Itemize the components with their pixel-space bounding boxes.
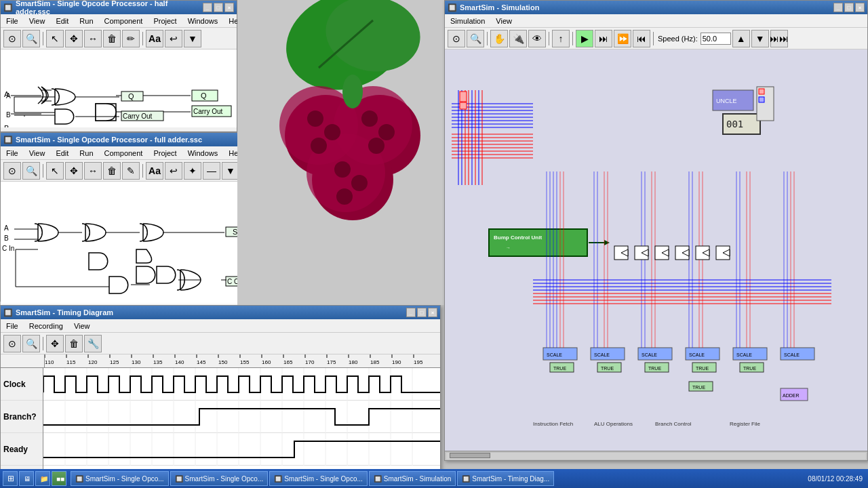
sim-hand-btn[interactable]: ✋	[490, 30, 508, 47]
td-delete-btn[interactable]: 🗑	[65, 335, 83, 352]
ha-menu-view[interactable]: View	[24, 16, 51, 26]
sim-menu-view[interactable]: View	[490, 16, 517, 26]
td-menu-view[interactable]: View	[68, 321, 96, 331]
ha-delete-btn[interactable]: 🗑	[103, 30, 121, 47]
svg-text:A: A	[6, 92, 11, 100]
fa-undo-btn[interactable]: ↩	[165, 162, 182, 180]
ha-menu-windows[interactable]: Windows	[182, 16, 224, 26]
fa-text-btn[interactable]: Aa	[146, 162, 163, 180]
taskbar-icon-4[interactable]: ■■	[52, 471, 66, 486]
svg-text:B: B	[6, 111, 11, 119]
timing-close[interactable]: ×	[428, 308, 437, 317]
td-menu-recording[interactable]: Recording	[24, 321, 68, 331]
sim-toolbar: ⊙ 🔍 ✋ 🔌 👁 ↑ ▶ ⏭ ⏩ ⏮ Speed (Hz): ▲ ▼ ⏭⏭	[445, 28, 867, 49]
half-adder-maximize[interactable]: □	[214, 3, 223, 12]
sim-speed-down-btn[interactable]: ▼	[751, 30, 769, 47]
sim-minimize[interactable]: _	[833, 3, 843, 12]
fa-connect-btn[interactable]: ↔	[84, 162, 102, 180]
raspberry-pi-image	[237, 0, 448, 305]
fa-pencil-btn[interactable]: ✎	[122, 162, 140, 180]
sim-target-btn[interactable]: ⊙	[448, 30, 465, 47]
sim-menu-simulation[interactable]: Simulation	[445, 16, 490, 26]
fa-menu-run[interactable]: Run	[74, 148, 98, 159]
taskbar-system-icons: ⊞ 🖥 📁 ■■	[3, 471, 66, 486]
fa-menu-project[interactable]: Project	[148, 148, 182, 159]
fa-menu-file[interactable]: File	[1, 148, 24, 159]
sim-canvas[interactable]: UNCLE 001 Bump Control Unit → SCALE TRUE…	[445, 49, 867, 460]
fa-menu-windows[interactable]: Windows	[182, 148, 224, 159]
fa-menu-view[interactable]: View	[24, 148, 51, 159]
fa-target-btn[interactable]: ⊙	[3, 162, 21, 180]
timing-maximize[interactable]: □	[417, 308, 427, 317]
full-adder-toolbar: ⊙ 🔍 ↖ ✥ ↔ 🗑 ✎ Aa ↩ ✦ — ▼	[1, 160, 277, 182]
sim-close[interactable]: ×	[855, 3, 865, 12]
taskbar-app-4[interactable]: 🔲 SmartSim - Simulation	[369, 471, 456, 486]
td-move-btn[interactable]: ✥	[46, 335, 64, 352]
sim-step-btn[interactable]: ⏭	[595, 30, 612, 47]
svg-text:175: 175	[327, 359, 336, 365]
half-adder-close[interactable]: ×	[224, 3, 234, 12]
sim-play-btn[interactable]: ▶	[576, 30, 593, 47]
sim-connect-btn[interactable]: 🔌	[509, 30, 527, 47]
ha-undo-btn[interactable]: ↩	[165, 30, 182, 47]
fa-sep1	[43, 164, 43, 178]
sim-maximize[interactable]: □	[844, 3, 854, 12]
svg-text:SCALE: SCALE	[642, 352, 657, 357]
td-zoom-btn[interactable]: 🔍	[22, 335, 40, 352]
td-menu-file[interactable]: File	[1, 321, 24, 331]
ha-menu-edit[interactable]: Edit	[50, 16, 74, 26]
fa-menu-edit[interactable]: Edit	[50, 148, 74, 159]
sim-up-btn[interactable]: ↑	[552, 30, 570, 47]
taskbar-icon-1[interactable]: ⊞	[3, 471, 18, 486]
ha-menu-project[interactable]: Project	[148, 16, 182, 26]
taskbar-icon-3[interactable]: 📁	[35, 471, 50, 486]
ha-move-btn[interactable]: ✥	[65, 30, 83, 47]
sim-scrollbar-h[interactable]	[445, 451, 867, 460]
fa-zoom-btn[interactable]: 🔍	[22, 162, 40, 180]
ha-pointer-btn[interactable]: ↖	[46, 30, 64, 47]
full-adder-canvas[interactable]: A B C In	[1, 182, 277, 307]
half-adder-canvas[interactable]: A B Q Carry Out A B	[1, 49, 237, 127]
fa-node-btn[interactable]: ✦	[184, 162, 201, 180]
fa-move-btn[interactable]: ✥	[65, 162, 83, 180]
svg-point-146	[342, 75, 363, 108]
fa-menu-component[interactable]: Component	[99, 148, 149, 159]
ha-menu-run[interactable]: Run	[74, 16, 98, 26]
sim-scrollbar-track[interactable]	[446, 453, 866, 460]
taskbar-app-2[interactable]: 🔲 SmartSim - Single Opco...	[170, 471, 269, 486]
td-wrench-btn[interactable]: 🔧	[84, 335, 102, 352]
taskbar-icon-2[interactable]: 🖥	[19, 471, 34, 486]
svg-text:160: 160	[262, 359, 271, 365]
ha-pencil-btn[interactable]: ✏	[122, 30, 140, 47]
timing-minimize[interactable]: _	[406, 308, 416, 317]
ha-target-btn[interactable]: ⊙	[3, 30, 21, 47]
svg-text:SCALE: SCALE	[547, 352, 562, 357]
sim-speed-up-btn[interactable]: ▲	[732, 30, 750, 47]
ha-menu-component[interactable]: Component	[99, 16, 149, 26]
sim-fastfwd-btn[interactable]: ⏩	[614, 30, 631, 47]
sim-eye-btn[interactable]: 👁	[528, 30, 546, 47]
ha-zoom-btn[interactable]: 🔍	[22, 30, 40, 47]
svg-point-137	[307, 110, 323, 127]
sim-rewind-btn[interactable]: ⏮	[633, 30, 650, 47]
taskbar-app-5[interactable]: 🔲 SmartSim - Timing Diag...	[457, 471, 554, 486]
svg-text:130: 130	[132, 359, 141, 365]
sim-maxspeed-btn[interactable]: ⏭⏭	[770, 30, 788, 47]
svg-text:120: 120	[88, 359, 98, 365]
ha-connect-btn[interactable]: ↔	[84, 30, 102, 47]
ha-dropdown-btn[interactable]: ▼	[184, 30, 201, 47]
ha-text-btn[interactable]: Aa	[146, 30, 163, 47]
fa-delete-btn[interactable]: 🗑	[103, 162, 121, 180]
sim-speed-input[interactable]	[701, 33, 731, 45]
td-target-btn[interactable]: ⊙	[3, 335, 21, 352]
sim-zoom-btn[interactable]: 🔍	[467, 30, 484, 47]
taskbar-app-1[interactable]: 🔲 SmartSim - Single Opco...	[71, 471, 169, 486]
svg-text:SCALE: SCALE	[784, 352, 800, 357]
taskbar-app-3[interactable]: 🔲 SmartSim - Single Opco...	[269, 471, 368, 486]
sim-scrollbar-thumb[interactable]	[450, 453, 490, 458]
fa-wire-btn[interactable]: —	[203, 162, 220, 180]
ha-menu-file[interactable]: File	[1, 16, 24, 26]
half-adder-minimize[interactable]: _	[203, 3, 212, 12]
clock-label: Clock	[1, 368, 43, 401]
fa-pointer-btn[interactable]: ↖	[46, 162, 64, 180]
